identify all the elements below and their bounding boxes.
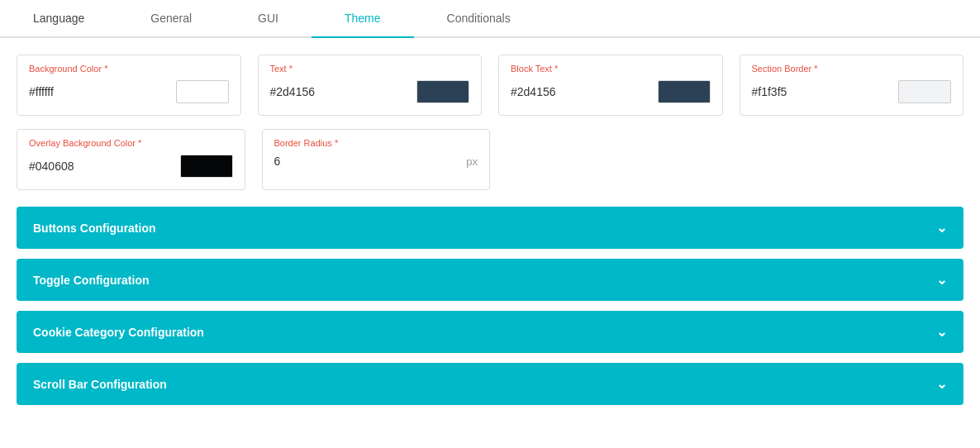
section-border-color-swatch[interactable] (898, 80, 951, 103)
border-radius-field: Border Radius * 6 px (262, 129, 491, 190)
tabs-bar: Language General GUI Theme Conditionals (0, 0, 980, 38)
border-radius-value[interactable]: 6 (274, 155, 281, 168)
background-color-field: Background Color * #ffffff (17, 55, 241, 116)
border-radius-label: Border Radius * (274, 138, 478, 148)
block-text-color-label: Block Text * (511, 64, 711, 74)
border-radius-unit: px (466, 155, 478, 168)
background-color-value: #ffffff (29, 85, 54, 98)
toggle-config-chevron-icon: ⌄ (936, 272, 947, 288)
color-fields-row: Background Color * #ffffff Text * #2d415… (17, 55, 963, 116)
text-color-field: Text * #2d4156 (258, 55, 483, 116)
second-fields-row: Overlay Background Color * #040608 Borde… (17, 129, 963, 190)
toggle-config-accordion: Toggle Configuration ⌄ (17, 259, 963, 301)
tab-gui[interactable]: GUI (225, 0, 312, 36)
buttons-config-header[interactable]: Buttons Configuration ⌄ (17, 207, 963, 249)
cookie-category-config-accordion: Cookie Category Configuration ⌄ (17, 311, 963, 353)
background-color-swatch[interactable] (176, 80, 229, 103)
cookie-category-config-chevron-icon: ⌄ (936, 324, 947, 340)
text-color-swatch[interactable] (416, 80, 469, 103)
toggle-config-label: Toggle Configuration (33, 274, 150, 287)
buttons-config-accordion: Buttons Configuration ⌄ (17, 207, 963, 249)
theme-content: Background Color * #ffffff Text * #2d415… (0, 38, 980, 423)
buttons-config-chevron-icon: ⌄ (936, 220, 947, 236)
overlay-bg-color-value: #040608 (29, 160, 74, 173)
block-text-color-field: Block Text * #2d4156 (498, 55, 723, 116)
cookie-category-config-label: Cookie Category Configuration (33, 326, 204, 339)
section-border-color-label: Section Border * (752, 64, 952, 74)
text-color-value: #2d4156 (270, 85, 316, 98)
text-color-label: Text * (270, 64, 470, 74)
overlay-bg-color-label: Overlay Background Color * (29, 138, 233, 148)
block-text-color-swatch[interactable] (658, 80, 711, 103)
scroll-bar-config-chevron-icon: ⌄ (936, 376, 947, 392)
scroll-bar-config-header[interactable]: Scroll Bar Configuration ⌄ (17, 363, 963, 405)
section-border-color-value: #f1f3f5 (752, 85, 787, 98)
scroll-bar-config-label: Scroll Bar Configuration (33, 378, 167, 391)
tab-conditionals[interactable]: Conditionals (414, 0, 544, 36)
section-border-color-field: Section Border * #f1f3f5 (740, 55, 964, 116)
background-color-label: Background Color * (29, 64, 229, 74)
toggle-config-header[interactable]: Toggle Configuration ⌄ (17, 259, 963, 301)
cookie-category-config-header[interactable]: Cookie Category Configuration ⌄ (17, 311, 963, 353)
buttons-config-label: Buttons Configuration (33, 222, 156, 235)
overlay-bg-color-swatch[interactable] (180, 155, 233, 178)
tab-general[interactable]: General (117, 0, 225, 36)
tab-language[interactable]: Language (0, 0, 117, 36)
overlay-bg-color-field: Overlay Background Color * #040608 (17, 129, 245, 190)
tab-theme[interactable]: Theme (312, 0, 414, 36)
block-text-color-value: #2d4156 (511, 85, 556, 98)
scroll-bar-config-accordion: Scroll Bar Configuration ⌄ (17, 363, 963, 405)
